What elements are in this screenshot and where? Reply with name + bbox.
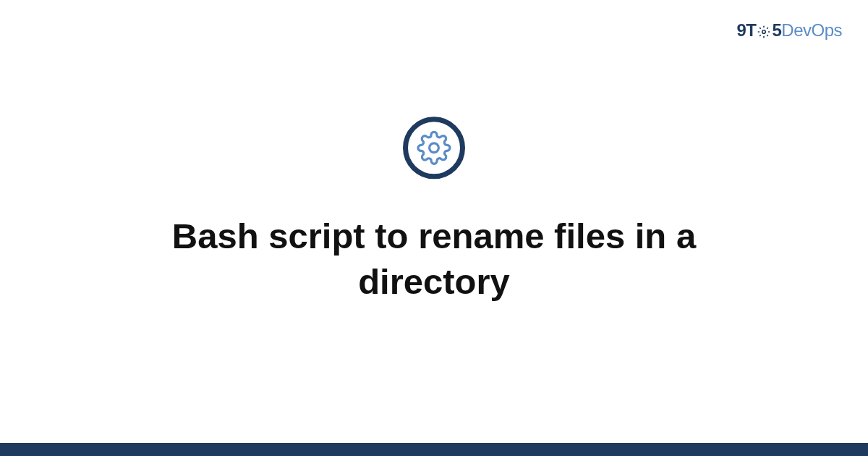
- main-content: Bash script to rename files in a directo…: [0, 117, 868, 304]
- gear-circle-icon: [403, 117, 465, 179]
- brand-part-2: 5: [772, 20, 781, 40]
- svg-point-0: [762, 30, 766, 34]
- page-title: Bash script to rename files in a directo…: [109, 214, 760, 304]
- brand-part-1: 9T: [736, 20, 756, 40]
- gear-icon: [757, 25, 771, 39]
- svg-point-1: [430, 143, 439, 153]
- brand-part-3: DevOps: [781, 20, 842, 40]
- bottom-accent-bar: [0, 443, 868, 456]
- brand-logo: 9T5DevOps: [736, 20, 842, 41]
